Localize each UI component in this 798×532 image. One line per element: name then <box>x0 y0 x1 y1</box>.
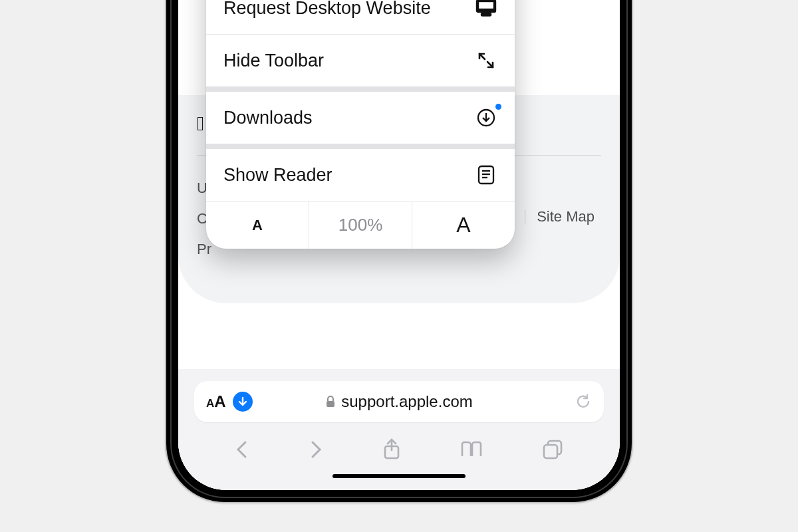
downloads-indicator-icon[interactable] <box>233 392 253 412</box>
iphone-screen:  Un Co Pr Site Map › Show IP Address Re <box>178 0 620 490</box>
menu-item-label: Request Desktop Website <box>223 0 431 19</box>
menu-item-label: Show Reader <box>223 165 332 186</box>
lock-icon <box>325 396 336 408</box>
address-text: support.apple.com <box>341 392 472 411</box>
menu-item-show-reader[interactable]: Show Reader <box>206 144 515 201</box>
expand-arrows-icon <box>475 49 497 72</box>
text-size-larger-button[interactable]: A <box>412 201 515 249</box>
text-size-glyph-large: A <box>214 392 225 410</box>
text-size-percent: 100% <box>309 201 412 249</box>
reload-icon[interactable] <box>575 393 592 410</box>
text-size-glyph-small: A <box>206 397 214 410</box>
svg-rect-4 <box>481 13 491 16</box>
menu-item-request-desktop[interactable]: Request Desktop Website <box>206 0 515 34</box>
svg-rect-3 <box>478 1 494 9</box>
tabs-button[interactable] <box>542 440 563 460</box>
bookmarks-button[interactable] <box>460 440 483 459</box>
reader-icon <box>475 164 497 186</box>
text-size-smaller-button[interactable]: A <box>206 201 309 249</box>
menu-item-hide-toolbar[interactable]: Hide Toolbar <box>206 34 515 86</box>
menu-item-label: Hide Toolbar <box>223 51 324 71</box>
text-size-button[interactable]: AA <box>206 392 226 411</box>
site-map-link[interactable]: Site Map <box>537 208 595 225</box>
desktop-icon <box>475 0 497 19</box>
apple-logo-icon:  <box>197 112 204 135</box>
home-indicator[interactable] <box>332 474 466 478</box>
share-button[interactable] <box>382 438 401 461</box>
menu-item-label: Downloads <box>223 108 313 128</box>
address-bar[interactable]: AA support.apple.com <box>194 381 604 422</box>
svg-rect-10 <box>544 445 557 458</box>
safari-bottom-toolbar: AA support.apple.com <box>178 369 620 490</box>
page-settings-popover: › Show IP Address Request Desktop Websit… <box>206 0 515 249</box>
forward-button[interactable] <box>309 440 323 460</box>
back-button[interactable] <box>235 440 249 460</box>
text-size-control: A 100% A <box>206 201 515 249</box>
svg-rect-7 <box>327 401 334 407</box>
menu-item-downloads[interactable]: Downloads <box>206 86 515 144</box>
iphone-frame:  Un Co Pr Site Map › Show IP Address Re <box>166 0 632 502</box>
download-circle-icon <box>475 106 497 129</box>
safari-tab-bar <box>178 429 620 466</box>
